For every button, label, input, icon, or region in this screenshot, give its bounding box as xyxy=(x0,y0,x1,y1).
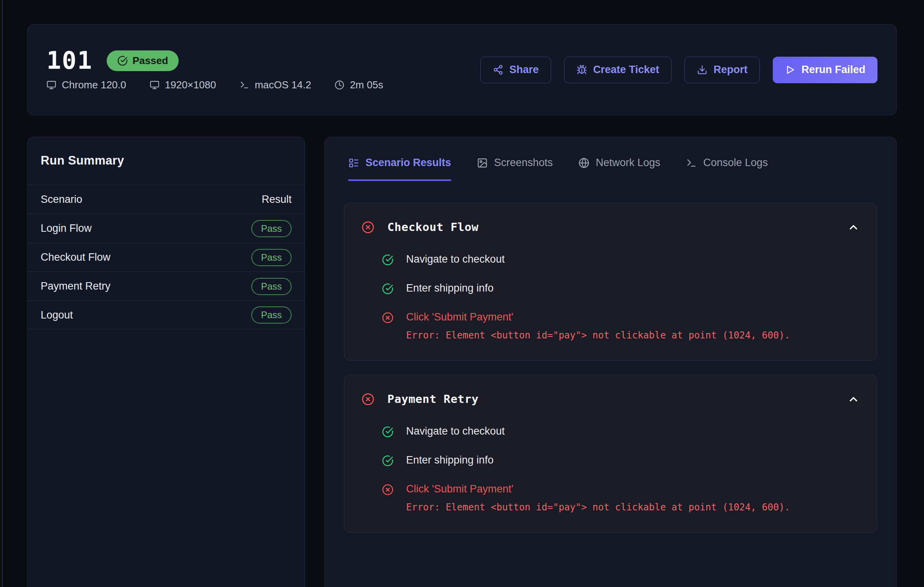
meta-os: macOS 14.2 xyxy=(240,79,312,91)
step-passed: Navigate to checkout xyxy=(382,253,860,266)
meta-browser-label: Chrome 120.0 xyxy=(62,79,126,91)
tab-scenario-results-label: Scenario Results xyxy=(365,157,451,169)
x-circle-icon xyxy=(382,312,394,324)
chevron-up-icon xyxy=(847,393,860,405)
results-panel: Scenario Results Screenshots Network Log… xyxy=(324,137,897,587)
step-passed: Navigate to checkout xyxy=(382,425,860,438)
scenario-card-checkout-flow: Checkout Flow Navigate to checkout Enter xyxy=(344,203,877,361)
scenario-cards: Checkout Flow Navigate to checkout Enter xyxy=(325,181,896,548)
play-icon xyxy=(785,64,795,75)
pass-badge: Pass xyxy=(251,249,292,266)
layout-list-icon xyxy=(348,157,359,168)
run-id: 101 xyxy=(47,48,93,73)
report-button-label: Report xyxy=(713,64,747,76)
terminal-icon xyxy=(240,80,249,90)
meta-duration-label: 2m 05s xyxy=(350,79,383,91)
check-circle-icon xyxy=(382,283,394,295)
scenario-name: Login Flow xyxy=(41,222,92,234)
column-result: Result xyxy=(261,193,292,206)
step-list: Navigate to checkout Enter shipping info… xyxy=(382,425,860,513)
step-list: Navigate to checkout Enter shipping info… xyxy=(382,253,860,341)
step-label: Click 'Submit Payment' xyxy=(406,311,790,323)
report-button[interactable]: Report xyxy=(684,57,760,83)
chevron-up-icon xyxy=(847,221,860,233)
run-summary-title: Run Summary xyxy=(28,137,304,185)
step-failed: Click 'Submit Payment' Error: Element <b… xyxy=(382,311,860,341)
scenario-card-header: Checkout Flow xyxy=(362,220,860,234)
meta-resolution-label: 1920×1080 xyxy=(165,79,216,91)
step-label: Navigate to checkout xyxy=(406,425,505,437)
table-row-checkout-flow[interactable]: Checkout Flow Pass xyxy=(28,243,304,272)
scenario-card-payment-retry: Payment Retry Navigate to checkout Enter xyxy=(344,375,877,533)
share-icon xyxy=(493,64,503,75)
rerun-failed-button-label: Rerun Failed xyxy=(801,64,865,76)
scenario-name: Payment Retry xyxy=(41,280,111,292)
left-edge-line xyxy=(2,0,3,587)
check-circle-icon xyxy=(382,426,394,438)
scenario-name: Checkout Flow xyxy=(41,251,111,263)
download-icon xyxy=(697,64,707,75)
run-info: 101 Passed Chrome 120.0 1920×1080 macOS xyxy=(47,48,383,91)
tab-bar: Scenario Results Screenshots Network Log… xyxy=(325,157,896,181)
monitor-icon xyxy=(150,80,159,90)
table-row-logout[interactable]: Logout Pass xyxy=(28,301,304,329)
step-error-message: Error: Element <button id="pay"> not cli… xyxy=(406,330,790,341)
meta-os-label: macOS 14.2 xyxy=(255,79,312,91)
collapse-button[interactable] xyxy=(847,221,860,233)
tab-screenshots-label: Screenshots xyxy=(494,157,553,169)
scenario-title: Checkout Flow xyxy=(387,220,834,234)
bug-icon xyxy=(577,64,587,75)
status-badge: Passed xyxy=(107,50,179,71)
tab-console-logs-label: Console Logs xyxy=(703,157,768,169)
globe-icon xyxy=(578,157,589,168)
tab-network-logs-label: Network Logs xyxy=(596,157,660,169)
column-scenario: Scenario xyxy=(41,193,82,206)
header-actions: Share Create Ticket Report Rerun Failed xyxy=(480,57,877,83)
run-summary-panel: Run Summary Scenario Result Login Flow P… xyxy=(27,137,305,587)
scenario-title: Payment Retry xyxy=(387,392,834,406)
meta-resolution: 1920×1080 xyxy=(150,79,216,91)
pass-badge: Pass xyxy=(251,306,292,324)
check-circle-icon xyxy=(382,254,394,266)
table-row-login-flow[interactable]: Login Flow Pass xyxy=(28,214,304,243)
collapse-button[interactable] xyxy=(847,393,860,405)
scenario-name: Logout xyxy=(41,309,73,321)
check-circle-icon xyxy=(117,55,128,66)
run-meta-row: Chrome 120.0 1920×1080 macOS 14.2 2m 05s xyxy=(47,79,383,91)
scenario-card-header: Payment Retry xyxy=(362,392,860,406)
tab-console-logs[interactable]: Console Logs xyxy=(686,157,768,181)
create-ticket-button-label: Create Ticket xyxy=(593,64,659,76)
image-icon xyxy=(477,157,488,168)
terminal-icon xyxy=(686,157,697,168)
check-circle-icon xyxy=(382,455,394,467)
meta-browser: Chrome 120.0 xyxy=(47,79,126,91)
table-row-payment-retry[interactable]: Payment Retry Pass xyxy=(28,272,304,301)
create-ticket-button[interactable]: Create Ticket xyxy=(564,57,672,83)
rerun-failed-button[interactable]: Rerun Failed xyxy=(773,57,877,83)
step-label: Navigate to checkout xyxy=(406,253,505,265)
tab-network-logs[interactable]: Network Logs xyxy=(578,157,660,181)
step-label: Enter shipping info xyxy=(406,282,494,294)
tab-screenshots[interactable]: Screenshots xyxy=(477,157,553,181)
share-button[interactable]: Share xyxy=(480,57,551,83)
run-header-card: 101 Passed Chrome 120.0 1920×1080 macOS xyxy=(27,24,897,115)
x-circle-icon xyxy=(362,393,374,406)
x-circle-icon xyxy=(382,484,394,496)
meta-duration: 2m 05s xyxy=(335,79,383,91)
status-badge-label: Passed xyxy=(133,55,168,67)
step-passed: Enter shipping info xyxy=(382,282,860,295)
step-failed: Click 'Submit Payment' Error: Element <b… xyxy=(382,483,860,513)
step-label: Click 'Submit Payment' xyxy=(406,483,790,495)
x-circle-icon xyxy=(362,221,374,234)
step-error-message: Error: Element <button id="pay"> not cli… xyxy=(406,502,790,513)
monitor-icon xyxy=(47,80,56,90)
share-button-label: Share xyxy=(509,64,539,76)
pass-badge: Pass xyxy=(251,278,292,295)
summary-table-header: Scenario Result xyxy=(28,185,304,214)
tab-scenario-results[interactable]: Scenario Results xyxy=(348,157,451,181)
step-label: Enter shipping info xyxy=(406,454,494,466)
page: 101 Passed Chrome 120.0 1920×1080 macOS xyxy=(0,0,924,587)
clock-icon xyxy=(335,80,344,90)
pass-badge: Pass xyxy=(251,220,292,237)
step-passed: Enter shipping info xyxy=(382,454,860,467)
